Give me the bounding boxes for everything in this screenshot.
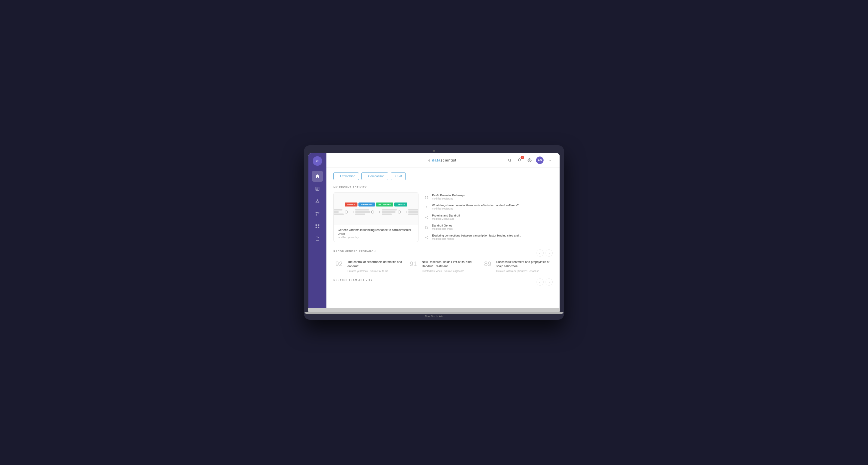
research-info: Successful treatment and prophylaxis of … <box>496 260 553 272</box>
pipeline-tag-genes: GENES <box>345 202 358 206</box>
card-meta: modified yesterday <box>338 236 414 239</box>
branches-icon <box>315 211 320 216</box>
sidebar-item-documents[interactable] <box>312 233 323 244</box>
pipeline-col-3 <box>382 209 397 215</box>
svg-rect-14 <box>316 227 317 228</box>
svg-line-26 <box>426 217 427 218</box>
sidebar-item-network[interactable] <box>312 196 323 207</box>
pipeline-col-2 <box>355 209 370 215</box>
exploration-plus-icon: + <box>337 174 339 178</box>
user-avatar[interactable]: AB <box>536 157 544 164</box>
list-item[interactable]: Pax6: Potential Pathways modified yester… <box>424 192 553 202</box>
recommended-prev-button[interactable]: ← <box>536 250 544 257</box>
sidebar-logo[interactable]: e <box>313 156 322 166</box>
list-item[interactable]: Exploring connections between transcript… <box>424 232 553 242</box>
list-item-meta: modified yesterday <box>432 197 465 200</box>
svg-rect-19 <box>425 196 426 197</box>
recommended-next-button[interactable]: → <box>546 250 553 257</box>
related-nav-arrows: ← → <box>536 278 553 286</box>
svg-line-17 <box>510 161 511 162</box>
comparison-label: Comparison <box>368 174 384 178</box>
svg-rect-1 <box>316 189 318 189</box>
research-title: Successful treatment and prophylaxis of … <box>496 260 553 268</box>
pipeline-tag-proteins: PROTEINS <box>359 202 375 206</box>
set-plus-icon: + <box>395 174 396 178</box>
grid-icon <box>315 224 320 229</box>
list-item-text: Dandruff Genes modified last week <box>432 224 453 230</box>
add-set-button[interactable]: + Set <box>391 172 406 180</box>
list-item-meta: modified last week <box>432 228 453 230</box>
svg-rect-0 <box>316 188 318 188</box>
svg-rect-12 <box>316 225 317 226</box>
notification-count: 2 <box>521 156 524 159</box>
svg-line-32 <box>426 237 427 238</box>
bar <box>408 209 418 210</box>
related-prev-button[interactable]: ← <box>536 278 544 286</box>
connector-2 <box>371 210 381 213</box>
search-icon[interactable] <box>506 157 513 164</box>
set-label: Set <box>398 174 402 178</box>
doc-icon <box>424 225 430 231</box>
card-info: Genetic variants influencing response to… <box>334 225 418 242</box>
main-content: e[datascientist] <box>327 153 560 308</box>
add-comparison-button[interactable]: + Comparison <box>362 172 388 180</box>
list-item-text: What drugs have potential therapeutic ef… <box>432 204 519 210</box>
list-item[interactable]: What drugs have potential therapeutic ef… <box>424 202 553 212</box>
research-card[interactable]: 89 Successful treatment and prophylaxis … <box>482 260 553 272</box>
related-next-button[interactable]: → <box>546 278 553 286</box>
list-item-title: Proteins and Dandruff <box>432 214 460 217</box>
research-info: New Research Yields First-of-its-Kind Da… <box>422 260 478 272</box>
research-card[interactable]: 92 The control of seborrhoeic dermatitis… <box>334 260 404 272</box>
research-cards: 92 The control of seborrhoeic dermatitis… <box>334 260 553 272</box>
bar <box>355 211 370 213</box>
list-item[interactable]: Proteins and Dandruff modified 2 days ag… <box>424 212 553 222</box>
list-item-text: Pax6: Potential Pathways modified yester… <box>432 194 465 200</box>
add-exploration-button[interactable]: + Exploration <box>334 172 359 180</box>
topbar: e[datascientist] <box>327 153 560 167</box>
activity-list: Pax6: Potential Pathways modified yester… <box>424 192 553 242</box>
bar <box>355 209 369 210</box>
pipeline-tag-drugs: DRUGS <box>394 202 407 206</box>
card-title: Genetic variants influencing response to… <box>338 228 414 235</box>
research-meta: Curated last week | Source: eaglecore <box>422 270 478 272</box>
related-team-activity-section: RELATED TEAM ACTIVITY ← → <box>334 278 553 286</box>
sidebar-item-grid[interactable] <box>312 221 323 232</box>
research-title: New Research Yields First-of-its-Kind Da… <box>422 260 478 268</box>
list-item-title: Exploring connections between transcript… <box>432 234 521 237</box>
pipeline-tags: GENES PROTEINS PATHWAYS DRUGS <box>345 202 407 206</box>
sidebar-item-collections[interactable] <box>312 183 323 194</box>
svg-point-29 <box>427 236 428 237</box>
network-small-icon <box>424 214 430 221</box>
list-item[interactable]: Dandruff Genes modified last week <box>424 223 553 232</box>
recommended-header: RECOMMENDED RESEARCH <box>334 250 376 253</box>
svg-point-16 <box>508 159 510 161</box>
connections-icon <box>424 234 430 240</box>
list-item-text: Exploring connections between transcript… <box>432 234 521 240</box>
action-buttons: + Exploration + Comparison + Set <box>334 172 553 180</box>
list-item-text: Proteins and Dandruff modified 2 days ag… <box>432 214 460 220</box>
pipeline-tag-pathways: PATHWAYS <box>376 202 393 206</box>
topbar-icons: 2 AB <box>506 157 554 164</box>
research-meta: Curated yesterday | Source: ALM Lib <box>347 270 404 272</box>
notifications-icon[interactable]: 2 <box>516 157 523 164</box>
list-item-meta: modified yesterday <box>432 207 519 210</box>
research-card[interactable]: 91 New Research Yields First-of-its-Kind… <box>408 260 478 272</box>
research-score: 91 <box>408 261 419 267</box>
featured-activity-card[interactable]: GENES PROTEINS PATHWAYS DRUGS <box>334 192 418 242</box>
sidebar-item-branches[interactable] <box>312 208 323 219</box>
pipeline-col-4 <box>408 209 418 215</box>
bar <box>382 211 396 213</box>
svg-line-27 <box>426 218 427 218</box>
sidebar-item-home[interactable] <box>312 171 323 182</box>
connector-3 <box>398 210 407 213</box>
dropdown-chevron-icon[interactable] <box>547 157 554 164</box>
research-title: The control of seborrhoeic dermatitis an… <box>347 260 404 268</box>
svg-rect-15 <box>318 227 319 228</box>
recommended-nav-arrows: ← → <box>536 250 553 257</box>
svg-point-10 <box>316 214 316 215</box>
svg-rect-22 <box>427 198 428 199</box>
flask-icon <box>424 204 430 210</box>
settings-icon[interactable] <box>526 157 533 164</box>
svg-point-18 <box>529 160 530 161</box>
bar <box>334 211 339 213</box>
